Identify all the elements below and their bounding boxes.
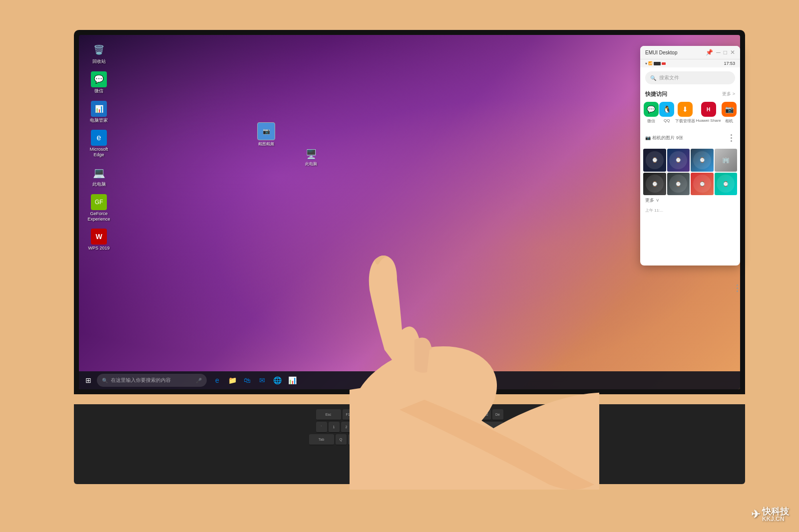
key-backspace[interactable]: ← xyxy=(478,422,503,433)
key-p[interactable]: P xyxy=(448,434,459,445)
key-f11[interactable]: Imsl xyxy=(467,409,478,420)
keyboard-row-3: Tab Q W E R T Y U I O P [ ] Enter xyxy=(84,434,735,445)
key-6[interactable]: 6 xyxy=(391,422,402,433)
key-f9[interactable]: F9 xyxy=(442,409,453,420)
photo-3[interactable]: ⌚ xyxy=(691,149,714,172)
key-y[interactable]: Y xyxy=(398,434,409,445)
key-f12[interactable]: F12 xyxy=(480,409,491,420)
qa-camera[interactable]: 📷 相机 xyxy=(722,102,737,124)
keyboard: Esc F1 F2 F3 F4 F5 F6 F7 F8 F9 F10 Imsl … xyxy=(74,404,745,450)
taskbar-cortana[interactable]: 📊 xyxy=(286,374,299,387)
screenshot-tool-icon[interactable]: 📷 截图截频 xyxy=(251,122,281,147)
key-lbracket[interactable]: [ xyxy=(460,434,471,445)
photos-menu[interactable] xyxy=(727,128,735,148)
key-i[interactable]: I xyxy=(423,434,434,445)
key-f3[interactable]: F3 xyxy=(368,409,379,420)
phone-pin-icon[interactable]: 📌 xyxy=(706,49,713,56)
geforce-label: GeForceExperience xyxy=(87,211,110,222)
taskbar-chrome[interactable]: 🌐 xyxy=(271,374,284,387)
key-2[interactable]: 2 xyxy=(341,422,352,433)
key-u[interactable]: U xyxy=(410,434,421,445)
edge-label: MicrosoftEdge xyxy=(90,147,108,158)
pc-center-label: 此电脑 xyxy=(305,161,317,167)
wechat-label: 微信 xyxy=(94,88,103,94)
photos-more[interactable]: 更多 ∨ xyxy=(640,195,740,206)
key-f5[interactable]: F5 xyxy=(393,409,403,420)
quick-access-more[interactable]: 更多 > xyxy=(722,91,735,97)
recycle-bin-icon[interactable]: 🗑️ 回收站 xyxy=(84,40,114,66)
taskbar-search-text: 在这里输入你要搜索的内容 xyxy=(111,377,171,384)
taskbar-folder[interactable]: 📁 xyxy=(226,374,239,387)
phone-search[interactable]: 🔍 搜索文件 xyxy=(645,71,735,84)
photos-label: 相机的图片 xyxy=(652,135,675,141)
phone-close-icon[interactable]: ✕ xyxy=(730,49,735,56)
photo-4[interactable]: 🏢 xyxy=(715,149,738,172)
taskbar-mail[interactable]: ✉ xyxy=(256,374,269,387)
key-5[interactable]: 5 xyxy=(379,422,390,433)
key-rbracket[interactable]: ] xyxy=(473,434,484,445)
phone-minimize-icon[interactable]: ─ xyxy=(716,49,721,56)
key-equal[interactable]: = xyxy=(466,422,477,433)
key-f6[interactable]: F6 xyxy=(405,409,416,420)
key-f7[interactable]: F7 xyxy=(417,409,428,420)
key-e[interactable]: E xyxy=(361,434,372,445)
key-q[interactable]: Q xyxy=(336,434,347,445)
key-4[interactable]: 4 xyxy=(366,422,377,433)
dot1 xyxy=(731,134,732,136)
key-t[interactable]: T xyxy=(386,434,397,445)
key-9[interactable]: 9 xyxy=(428,422,439,433)
taskbar-search[interactable]: 🔍 在这里输入你要搜索的内容 🎤 xyxy=(97,374,207,387)
photo-1[interactable]: ⌚ xyxy=(643,149,666,172)
key-minus[interactable]: - xyxy=(453,422,464,433)
key-r[interactable]: R xyxy=(373,434,384,445)
geforce-img: GF xyxy=(91,194,107,210)
photo-2[interactable]: ⌚ xyxy=(667,149,690,172)
key-f10[interactable]: F10 xyxy=(455,409,466,420)
key-f4[interactable]: F4 xyxy=(380,409,391,420)
geforce-icon[interactable]: GF GeForceExperience xyxy=(84,192,114,224)
photo-6[interactable]: ⌚ xyxy=(667,173,690,196)
key-f8[interactable]: F8 xyxy=(430,409,441,420)
screenshot-tool-label: 截图截频 xyxy=(258,141,274,147)
edge-icon[interactable]: e MicrosoftEdge xyxy=(84,128,114,160)
key-backtick[interactable]: ` xyxy=(316,422,327,433)
qa-huawei[interactable]: H Huawei Share xyxy=(696,102,721,124)
phone-search-text: 搜索文件 xyxy=(659,74,679,81)
watch-face-8: ⌚ xyxy=(717,175,735,193)
photo-8[interactable]: ⌚ xyxy=(715,173,738,196)
key-0[interactable]: 0 xyxy=(441,422,452,433)
key-tab[interactable]: Tab xyxy=(309,434,334,445)
key-w[interactable]: W xyxy=(348,434,359,445)
key-7[interactable]: 7 xyxy=(403,422,414,433)
key-esc[interactable]: Esc xyxy=(316,409,341,420)
keyboard-area: Esc F1 F2 F3 F4 F5 F6 F7 F8 F9 F10 Imsl … xyxy=(74,404,745,484)
key-enter[interactable]: Enter xyxy=(485,434,510,445)
taskbar-edge[interactable]: e xyxy=(211,374,224,387)
watermark-brand: 快科技 xyxy=(762,507,789,516)
key-f2[interactable]: F2 xyxy=(355,409,366,420)
phone-maximize-icon[interactable]: □ xyxy=(724,49,727,56)
pc-center-icon[interactable]: 🖥️ 此电脑 xyxy=(299,147,324,167)
start-button[interactable]: ⊞ xyxy=(81,373,96,388)
taskbar-store[interactable]: 🛍 xyxy=(241,374,254,387)
watch-face-6: ⌚ xyxy=(669,175,687,193)
this-pc-img: 💻 xyxy=(91,165,107,181)
qa-wechat[interactable]: 💬 微信 xyxy=(644,102,659,124)
wps-icon[interactable]: W WPS 2019 xyxy=(84,227,114,253)
key-o[interactable]: O xyxy=(435,434,446,445)
key-del[interactable]: De xyxy=(492,409,503,420)
wechat-icon[interactable]: 💬 微信 xyxy=(84,69,114,96)
key-8[interactable]: 8 xyxy=(416,422,427,433)
phone-title: EMUI Desktop xyxy=(645,50,677,55)
key-f1[interactable]: F1 xyxy=(343,409,354,420)
qa-qq[interactable]: 🐧 QQ xyxy=(659,102,674,124)
key-3[interactable]: 3 xyxy=(354,422,365,433)
qa-download[interactable]: ⬇ 下载管理器 xyxy=(675,102,695,124)
pcmanager-label: 电脑管家 xyxy=(90,118,108,123)
photo-5[interactable]: ⌚ xyxy=(643,173,666,196)
photo-7[interactable]: ⌚ xyxy=(691,173,714,196)
pcmanager-icon[interactable]: 📊 电脑管家 xyxy=(84,99,114,125)
side-dots-menu[interactable] xyxy=(737,284,738,292)
this-pc-icon[interactable]: 💻 此电脑 xyxy=(84,163,114,189)
key-1[interactable]: 1 xyxy=(329,422,340,433)
